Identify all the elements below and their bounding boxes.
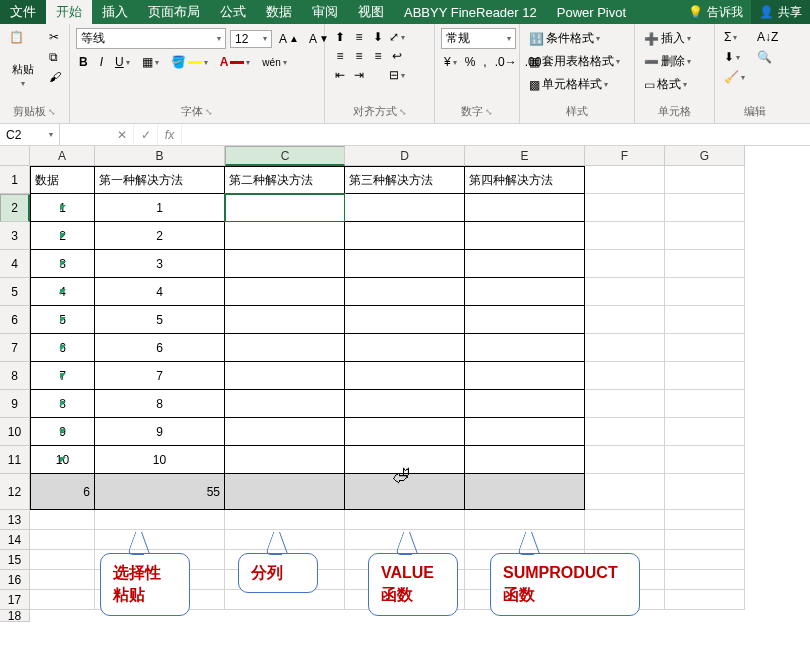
cell-B11[interactable]: 10 [95, 446, 225, 474]
row-header-15[interactable]: 15 [0, 550, 30, 570]
wrap-text-button[interactable]: ↩ [388, 47, 406, 65]
cell-E4[interactable] [465, 250, 585, 278]
fill-button[interactable]: ⬇▾ [721, 48, 748, 66]
tab-page-layout[interactable]: 页面布局 [138, 0, 210, 24]
underline-button[interactable]: U▾ [112, 53, 133, 71]
row-header-4[interactable]: 4 [0, 250, 30, 278]
sort-filter-button[interactable]: A↓Z [754, 28, 781, 46]
cell-B2[interactable]: 1 [95, 194, 225, 222]
col-header-E[interactable]: E [465, 146, 585, 166]
autosum-button[interactable]: Σ▾ [721, 28, 748, 46]
cell-E12[interactable] [465, 474, 585, 510]
copy-button[interactable]: ⧉ [46, 48, 64, 66]
cell-E6[interactable] [465, 306, 585, 334]
cell-A17[interactable] [30, 590, 95, 610]
cell-G16[interactable] [665, 570, 745, 590]
cell-A16[interactable] [30, 570, 95, 590]
row-header-13[interactable]: 13 [0, 510, 30, 530]
cell-G9[interactable] [665, 390, 745, 418]
format-painter-button[interactable]: 🖌 [46, 68, 64, 86]
cell-G6[interactable] [665, 306, 745, 334]
italic-button[interactable]: I [97, 53, 106, 71]
row-header-7[interactable]: 7 [0, 334, 30, 362]
row-header-2[interactable]: 2 [0, 194, 30, 222]
cell-F8[interactable] [585, 362, 665, 390]
cell-F11[interactable] [585, 446, 665, 474]
cell-G12[interactable] [665, 474, 745, 510]
cell-C6[interactable] [225, 306, 345, 334]
number-format-select[interactable]: 常规▾ [441, 28, 516, 49]
align-left-button[interactable]: ≡ [331, 47, 349, 65]
row-header-1[interactable]: 1 [0, 166, 30, 194]
cell-G14[interactable] [665, 530, 745, 550]
cell-B10[interactable]: 9 [95, 418, 225, 446]
formula-input[interactable] [182, 124, 810, 145]
row-header-14[interactable]: 14 [0, 530, 30, 550]
cell-C5[interactable] [225, 278, 345, 306]
select-all-corner[interactable] [0, 146, 30, 166]
insert-cells-button[interactable]: ➕插入▾ [641, 28, 694, 49]
cell-F1[interactable] [585, 166, 665, 194]
cell-C10[interactable] [225, 418, 345, 446]
cell-B7[interactable]: 6 [95, 334, 225, 362]
share-button[interactable]: 👤 共享 [751, 0, 810, 24]
cell-F2[interactable] [585, 194, 665, 222]
cell-B12[interactable]: 55 [95, 474, 225, 510]
cell-F10[interactable] [585, 418, 665, 446]
clear-button[interactable]: 🧹▾ [721, 68, 748, 86]
cell-C9[interactable] [225, 390, 345, 418]
cell-D7[interactable] [345, 334, 465, 362]
cell-A5[interactable]: 4 [30, 278, 95, 306]
col-header-F[interactable]: F [585, 146, 665, 166]
cell-G1[interactable] [665, 166, 745, 194]
col-header-C[interactable]: C [225, 146, 345, 166]
cell-G5[interactable] [665, 278, 745, 306]
cell-C7[interactable] [225, 334, 345, 362]
col-header-G[interactable]: G [665, 146, 745, 166]
cell-E8[interactable] [465, 362, 585, 390]
cell-G3[interactable] [665, 222, 745, 250]
font-name-select[interactable]: 等线▾ [76, 28, 226, 49]
border-button[interactable]: ▦▾ [139, 53, 162, 71]
conditional-format-button[interactable]: 🔢条件格式▾ [526, 28, 603, 49]
cell-D1[interactable]: 第三种解决方法 [345, 166, 465, 194]
cell-B13[interactable] [95, 510, 225, 530]
merge-button[interactable]: ⊟▾ [388, 66, 406, 84]
bold-button[interactable]: B [76, 53, 91, 71]
cell-D13[interactable] [345, 510, 465, 530]
row-header-16[interactable]: 16 [0, 570, 30, 590]
cell-B8[interactable]: 7 [95, 362, 225, 390]
comma-button[interactable]: , [480, 53, 489, 71]
cell-E5[interactable] [465, 278, 585, 306]
align-top-button[interactable]: ⬆ [331, 28, 349, 46]
align-center-button[interactable]: ≡ [350, 47, 368, 65]
row-header-10[interactable]: 10 [0, 418, 30, 446]
cell-D11[interactable] [345, 446, 465, 474]
cell-D8[interactable] [345, 362, 465, 390]
cell-C13[interactable] [225, 510, 345, 530]
cell-F13[interactable] [585, 510, 665, 530]
cell-A8[interactable]: 7 [30, 362, 95, 390]
col-header-A[interactable]: A [30, 146, 95, 166]
cell-G15[interactable] [665, 550, 745, 570]
cell-C4[interactable] [225, 250, 345, 278]
cell-F12[interactable] [585, 474, 665, 510]
tab-view[interactable]: 视图 [348, 0, 394, 24]
cell-A9[interactable]: 8 [30, 390, 95, 418]
font-color-button[interactable]: A▾ [217, 53, 254, 71]
cell-E13[interactable] [465, 510, 585, 530]
cell-C8[interactable] [225, 362, 345, 390]
cell-F5[interactable] [585, 278, 665, 306]
cell-E9[interactable] [465, 390, 585, 418]
row-header-5[interactable]: 5 [0, 278, 30, 306]
tab-abbyy[interactable]: ABBYY FineReader 12 [394, 0, 547, 24]
row-header-17[interactable]: 17 [0, 590, 30, 610]
cell-C12[interactable] [225, 474, 345, 510]
cell-D9[interactable] [345, 390, 465, 418]
cell-E7[interactable] [465, 334, 585, 362]
tab-formulas[interactable]: 公式 [210, 0, 256, 24]
tab-powerpivot[interactable]: Power Pivot [547, 0, 636, 24]
phonetic-button[interactable]: wén▾ [259, 55, 289, 70]
cancel-formula-button[interactable]: ✕ [110, 124, 134, 145]
dialog-launcher-icon[interactable]: ⤡ [48, 107, 56, 117]
